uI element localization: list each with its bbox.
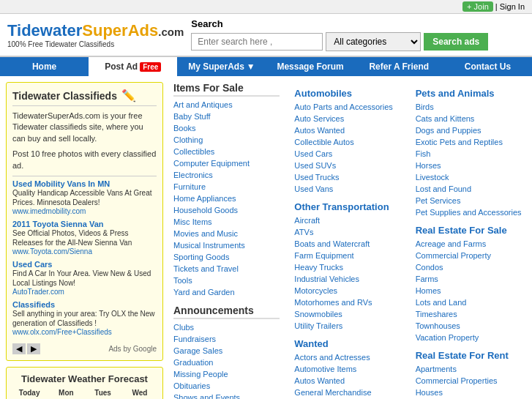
next-ad-button[interactable]: ▶: [27, 343, 40, 354]
link-used-trucks[interactable]: Used Trucks: [294, 173, 339, 182]
link-fundraisers[interactable]: Fundraisers: [173, 335, 216, 343]
link-horses[interactable]: Horses: [416, 161, 441, 170]
link-commercial-property[interactable]: Commercial Property: [416, 251, 491, 260]
nav-bar: Home Post Ad Free My SuperAds ▼ Message …: [0, 57, 532, 76]
nav-message-forum[interactable]: Message Forum: [266, 57, 355, 76]
other-transportation-title[interactable]: Other Transportation: [294, 201, 400, 212]
link-motorcycles[interactable]: Motorcycles: [294, 286, 337, 295]
nav-home[interactable]: Home: [0, 57, 89, 76]
link-commercial-properties[interactable]: Commercial Properties: [416, 376, 498, 385]
link-general-merchandise[interactable]: General Merchandise: [294, 388, 371, 397]
link-used-suvs[interactable]: Used SUVs: [294, 161, 336, 170]
link-yard-garden[interactable]: Yard and Garden: [173, 288, 235, 297]
logo[interactable]: TidewaterSuperAds.com: [7, 21, 184, 40]
link-used-cars[interactable]: Used Cars: [294, 149, 332, 158]
ad-title-2[interactable]: 2011 Toyota Sienna Van: [12, 220, 157, 228]
automobiles-title[interactable]: Automobiles: [294, 88, 400, 99]
ad-link-1[interactable]: www.imedmobility.com: [12, 207, 157, 215]
link-cats-kittens[interactable]: Cats and Kittens: [416, 114, 475, 123]
nav-my-superads[interactable]: My SuperAds ▼: [177, 57, 266, 76]
link-autos-wanted[interactable]: Autos Wanted: [294, 126, 345, 135]
wanted-title[interactable]: Wanted: [294, 338, 400, 349]
link-graduation[interactable]: Graduation: [173, 358, 213, 367]
link-utility-trailers[interactable]: Utility Trailers: [294, 321, 342, 330]
link-shows-events[interactable]: Shows and Events: [173, 393, 240, 399]
prev-ad-button[interactable]: ◀: [12, 343, 26, 354]
ad-link-4[interactable]: www.olx.com/Free+Classifieds: [12, 328, 157, 336]
signin-link[interactable]: Sign In: [500, 2, 525, 11]
link-birds[interactable]: Birds: [416, 102, 434, 111]
pets-animals-title[interactable]: Pets and Animals: [416, 88, 522, 99]
nav-refer-friend[interactable]: Refer A Friend: [355, 57, 443, 76]
link-art-antiques[interactable]: Art and Antiques: [173, 100, 233, 109]
link-acreage-farms[interactable]: Acreage and Farms: [416, 239, 487, 248]
link-misc-items[interactable]: Misc Items: [173, 217, 212, 226]
link-apartments[interactable]: Apartments: [416, 365, 457, 373]
ad-link-3[interactable]: AutoTrader.com: [12, 288, 157, 296]
link-tickets-travel[interactable]: Tickets and Travel: [173, 264, 239, 273]
link-sporting-goods[interactable]: Sporting Goods: [173, 253, 229, 261]
link-fish[interactable]: Fish: [416, 149, 431, 158]
link-books[interactable]: Books: [173, 124, 196, 133]
search-category-select[interactable]: All categories: [326, 32, 421, 51]
list-item: Boats and Watercraft: [294, 239, 400, 249]
link-collectibles[interactable]: Collectibles: [173, 147, 214, 156]
link-homes[interactable]: Homes: [416, 286, 441, 295]
link-collectible-autos[interactable]: Collectible Autos: [294, 138, 353, 146]
link-electronics[interactable]: Electronics: [173, 171, 213, 179]
ad-title-4[interactable]: Classifieds: [12, 300, 157, 309]
link-computer-equipment[interactable]: Computer Equipment: [173, 159, 250, 168]
link-vacation-property[interactable]: Vacation Property: [416, 333, 479, 342]
link-heavy-trucks[interactable]: Heavy Trucks: [294, 263, 343, 272]
link-timeshares[interactable]: Timeshares: [416, 310, 457, 318]
link-used-vans[interactable]: Used Vans: [294, 184, 333, 193]
link-dogs-puppies[interactable]: Dogs and Puppies: [416, 126, 482, 135]
link-auto-services[interactable]: Auto Services: [294, 114, 344, 123]
link-household-goods[interactable]: Household Goods: [173, 206, 238, 215]
link-home-appliances[interactable]: Home Appliances: [173, 194, 236, 203]
link-farm-equipment[interactable]: Farm Equipment: [294, 251, 353, 260]
nav-contact-us[interactable]: Contact Us: [443, 57, 532, 76]
link-pet-supplies[interactable]: Pet Supplies and Accessories: [416, 208, 522, 217]
link-snowmobiles[interactable]: Snowmobiles: [294, 310, 342, 318]
link-auto-parts[interactable]: Auto Parts and Accessories: [294, 102, 393, 111]
link-clothing[interactable]: Clothing: [173, 135, 203, 144]
real-estate-rent-title[interactable]: Real Estate For Rent: [416, 350, 522, 361]
link-garage-sales[interactable]: Garage Sales: [173, 346, 222, 355]
link-exotic-pets[interactable]: Exotic Pets and Reptiles: [416, 138, 503, 146]
join-button[interactable]: + Join: [462, 1, 493, 12]
list-item: Condos: [416, 262, 522, 272]
link-baby-stuff[interactable]: Baby Stuff: [173, 112, 211, 121]
link-autos-wanted-2[interactable]: Autos Wanted: [294, 376, 345, 385]
link-livestock[interactable]: Livestock: [416, 173, 449, 182]
link-houses[interactable]: Houses: [416, 388, 443, 397]
link-musical-instruments[interactable]: Musical Instruments: [173, 241, 245, 250]
link-missing-people[interactable]: Missing People: [173, 370, 228, 379]
link-townhouses[interactable]: Townhouses: [416, 321, 460, 330]
link-actors-actresses[interactable]: Actors and Actresses: [294, 353, 370, 362]
link-automotive-items[interactable]: Automotive Items: [294, 365, 356, 373]
ad-title-1[interactable]: Used Mobility Vans In MN: [12, 179, 157, 188]
link-farms[interactable]: Farms: [416, 275, 438, 283]
link-boats-watercraft[interactable]: Boats and Watercraft: [294, 239, 370, 248]
link-industrial-vehicles[interactable]: Industrial Vehicles: [294, 275, 359, 283]
nav-post-ad[interactable]: Post Ad Free: [89, 57, 177, 76]
search-button[interactable]: Search ads: [424, 33, 488, 51]
ad-title-3[interactable]: Used Cars: [12, 260, 157, 269]
real-estate-sale-title[interactable]: Real Estate For Sale: [416, 225, 522, 236]
link-condos[interactable]: Condos: [416, 263, 443, 272]
list-item: Garage Sales: [173, 346, 280, 356]
link-furniture[interactable]: Furniture: [173, 182, 206, 191]
link-lost-found[interactable]: Lost and Found: [416, 184, 471, 193]
link-tools[interactable]: Tools: [173, 276, 192, 285]
link-motorhomes-rvs[interactable]: Motorhomes and RVs: [294, 298, 372, 307]
link-movies-music[interactable]: Movies and Music: [173, 229, 238, 238]
link-aircraft[interactable]: Aircraft: [294, 216, 320, 225]
link-obituaries[interactable]: Obituaries: [173, 381, 210, 390]
link-lots-land[interactable]: Lots and Land: [416, 298, 467, 307]
ad-link-2[interactable]: www.Toyota.com/Sienna: [12, 247, 157, 256]
link-pet-services[interactable]: Pet Services: [416, 196, 461, 205]
link-atvs[interactable]: ATVs: [294, 228, 313, 236]
link-clubs[interactable]: Clubs: [173, 323, 194, 332]
search-input[interactable]: [191, 33, 323, 51]
